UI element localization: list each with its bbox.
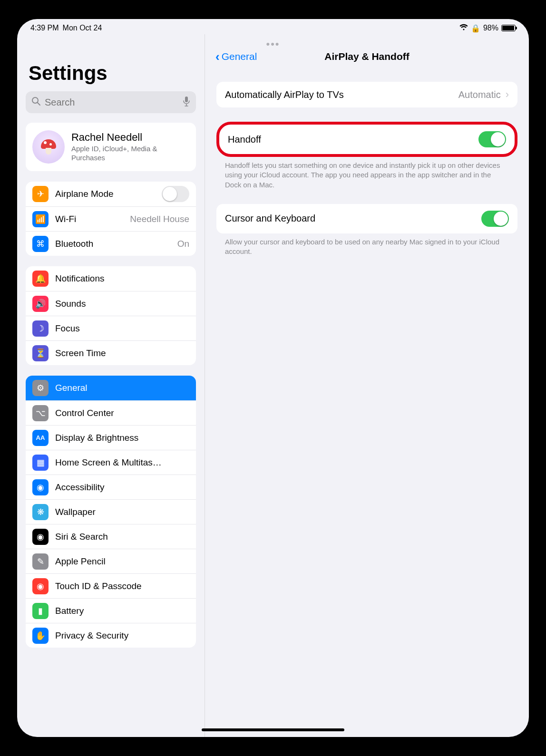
flower-icon: ❋ [32, 504, 49, 520]
sidebar-item-label: Screen Time [55, 348, 189, 359]
sidebar-item-label: Wi-Fi [55, 214, 123, 224]
handoff-label: Handoff [228, 134, 478, 145]
sidebar-item-label: General [55, 383, 189, 393]
cursor-note: Allow your cursor and keyboard to be use… [216, 233, 517, 257]
sidebar-item-airplane-mode[interactable]: ✈Airplane Mode [26, 182, 196, 206]
apple-id-name: Rachel Needell [71, 131, 189, 144]
sidebar-item-control-center[interactable]: ⌥Control Center [26, 400, 196, 425]
person-icon: ◉ [32, 479, 49, 495]
sidebar-item-label: Sounds [55, 299, 189, 309]
sidebar-item-label: Focus [55, 323, 189, 334]
sidebar-item-label: Apple Pencil [55, 556, 189, 567]
back-button[interactable]: ‹ General [215, 50, 257, 63]
svg-point-0 [32, 97, 38, 103]
row-handoff-highlighted: Handoff [216, 122, 517, 157]
airplane-mode-toggle[interactable] [162, 186, 189, 202]
sidebar-item-sounds[interactable]: 🔊Sounds [26, 291, 196, 316]
sidebar-item-label: Wallpaper [55, 507, 189, 517]
orientation-lock-icon: 🔒 [471, 24, 480, 33]
speaker-icon: 🔊 [32, 296, 49, 312]
handoff-note: Handoff lets you start something on one … [216, 157, 517, 190]
battery-icon [501, 25, 516, 31]
sidebar-item-focus[interactable]: ☽Focus [26, 316, 196, 340]
device-frame: 4:39 PM Mon Oct 24 🔒 98% ••• Settings [0, 0, 546, 756]
search-input[interactable] [26, 91, 196, 113]
moon-icon: ☽ [32, 320, 49, 337]
sidebar-item-label: Privacy & Security [55, 630, 189, 641]
sidebar-item-privacy-security[interactable]: ✋Privacy & Security [26, 623, 196, 648]
sidebar-item-touch-id-passcode[interactable]: ◉Touch ID & Passcode [26, 573, 196, 598]
auto-airplay-label: Automatically AirPlay to TVs [225, 89, 458, 100]
sidebar-item-label: Display & Brightness [55, 433, 189, 443]
apple-id-subtitle: Apple ID, iCloud+, Media & Purchases [71, 145, 189, 163]
siri-icon: ◉ [32, 529, 49, 545]
sidebar-item-battery[interactable]: ▮Battery [26, 598, 196, 623]
AA-icon: AA [32, 430, 49, 446]
airplane-icon: ✈ [32, 186, 49, 202]
sidebar-item-home-screen-multitas[interactable]: ▦Home Screen & Multitas… [26, 450, 196, 475]
svg-line-1 [38, 103, 40, 105]
sidebar-item-label: Airplane Mode [55, 189, 155, 199]
page-title: Settings [29, 62, 196, 85]
row-cursor-keyboard: Cursor and Keyboard [216, 204, 517, 233]
back-label: General [222, 51, 257, 62]
sidebar-item-accessibility[interactable]: ◉Accessibility [26, 475, 196, 499]
sidebar-item-display-brightness[interactable]: AADisplay & Brightness [26, 425, 196, 450]
pencil-icon: ✎ [32, 553, 49, 570]
detail-title: AirPlay & Handoff [324, 51, 410, 62]
row-auto-airplay[interactable]: Automatically AirPlay to TVs Automatic › [216, 82, 517, 107]
hourglass-icon: ⏳ [32, 345, 49, 361]
apple-id-row[interactable]: Rachel Needell Apple ID, iCloud+, Media … [26, 123, 196, 171]
sidebar-item-value: Needell House [130, 214, 189, 224]
sidebar-item-screen-time[interactable]: ⏳Screen Time [26, 340, 196, 365]
sidebar-item-label: Notifications [55, 273, 189, 284]
chevron-left-icon: ‹ [215, 50, 220, 63]
battery-icon: ▮ [32, 603, 49, 619]
auto-airplay-value: Automatic [458, 89, 501, 100]
search-field[interactable] [45, 97, 179, 108]
sidebar-item-label: Home Screen & Multitas… [55, 457, 189, 468]
sidebar-item-siri-search[interactable]: ◉Siri & Search [26, 524, 196, 549]
handoff-toggle[interactable] [478, 131, 506, 147]
gear-icon: ⚙ [32, 380, 49, 396]
sidebar-item-label: Touch ID & Passcode [55, 581, 189, 591]
fingerprint-icon: ◉ [32, 578, 49, 594]
bluetooth-icon: ⌘ [32, 236, 49, 252]
sidebar-item-label: Control Center [55, 408, 189, 418]
detail-navbar: ‹ General AirPlay & Handoff [205, 46, 529, 68]
battery-percent: 98% [483, 24, 498, 32]
dictate-icon[interactable] [183, 96, 190, 108]
cursor-toggle[interactable] [481, 211, 509, 227]
detail-pane: ‹ General AirPlay & Handoff Automaticall… [205, 34, 529, 737]
status-date: Mon Oct 24 [63, 24, 102, 32]
sidebar-item-notifications[interactable]: 🔔Notifications [26, 266, 196, 291]
sidebar-item-wi-fi[interactable]: 📶Wi-FiNeedell House [26, 206, 196, 231]
sidebar-group-connectivity: ✈Airplane Mode📶Wi-FiNeedell House⌘Blueto… [26, 182, 196, 256]
home-indicator[interactable] [202, 728, 344, 731]
bell-icon: 🔔 [32, 271, 49, 287]
wifi-icon [459, 24, 468, 32]
sidebar-item-label: Siri & Search [55, 532, 189, 542]
avatar [32, 130, 65, 164]
status-bar: 4:39 PM Mon Oct 24 🔒 98% [17, 19, 529, 34]
sidebar-item-wallpaper[interactable]: ❋Wallpaper [26, 499, 196, 524]
search-icon [31, 97, 41, 108]
grid-icon: ▦ [32, 455, 49, 471]
sidebar-item-label: Battery [55, 606, 189, 616]
sidebar-item-general[interactable]: ⚙General [26, 376, 196, 400]
sidebar-item-label: Accessibility [55, 482, 189, 493]
sidebar-item-label: Bluetooth [55, 239, 171, 249]
chevron-right-icon: › [506, 88, 509, 101]
sidebar-group-system: ⚙General⌥Control CenterAADisplay & Brigh… [26, 376, 196, 648]
wifi-icon: 📶 [32, 211, 49, 227]
sidebar-group-alerts: 🔔Notifications🔊Sounds☽Focus⏳Screen Time [26, 266, 196, 365]
status-time: 4:39 PM [30, 24, 59, 32]
sidebar-item-apple-pencil[interactable]: ✎Apple Pencil [26, 549, 196, 573]
switches-icon: ⌥ [32, 405, 49, 421]
svg-rect-2 [185, 97, 188, 102]
screen: 4:39 PM Mon Oct 24 🔒 98% ••• Settings [17, 19, 529, 737]
cursor-label: Cursor and Keyboard [225, 213, 481, 224]
sidebar: Settings [17, 34, 205, 737]
sidebar-item-bluetooth[interactable]: ⌘BluetoothOn [26, 231, 196, 256]
avatar-mushroom-icon [39, 137, 58, 156]
